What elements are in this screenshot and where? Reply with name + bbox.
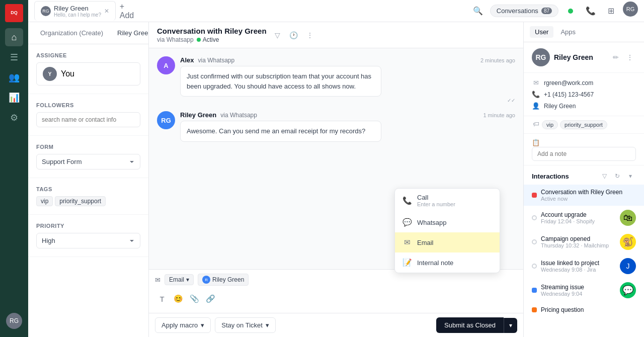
mailchimp-logo: 🐒 xyxy=(620,234,636,250)
tab-organization[interactable]: Organization (Create) xyxy=(34,26,109,40)
tab-riley-green[interactable]: RG Riley Green Hello, can I help me? ✕ xyxy=(34,1,116,21)
submit-dropdown-button[interactable]: ▾ xyxy=(504,318,517,333)
interaction-2-meta: Friday 12:04 · Shopify xyxy=(541,218,616,224)
text-format-icon[interactable]: T xyxy=(155,292,169,306)
interaction-5[interactable]: Streaming issue Wednesday 9:04 💬 xyxy=(524,278,644,302)
compose-user-tag[interactable]: R Riley Green xyxy=(198,274,249,286)
contact-header: RG Riley Green ✏ ⋮ xyxy=(524,42,644,73)
interaction-4-meta: Wednesday 9:08 · Jira xyxy=(541,267,616,273)
interaction-2-info: Account upgrade Friday 12:04 · Shopify xyxy=(541,211,616,224)
user-avatar-sidebar[interactable]: RG xyxy=(6,313,22,329)
more-options-icon[interactable]: ⋮ xyxy=(303,28,317,42)
sidebar-item-reports[interactable]: ☰ xyxy=(5,48,23,66)
brand-logo: DQ xyxy=(5,4,23,22)
message-2-time: 1 minute ago xyxy=(483,112,515,118)
compose-channel-tag[interactable]: Email ▾ xyxy=(165,274,194,285)
contact-username: Riley Green xyxy=(544,103,576,110)
call-label: Call xyxy=(417,194,455,201)
message-1-header: Alex via Whatsapp 2 minutes ago xyxy=(180,56,515,64)
dropdown-internal-note[interactable]: 📝 Internal note xyxy=(395,252,500,273)
interaction-1-info: Conversation with Riley Green Active now xyxy=(541,189,636,202)
message-1-time: 2 minutes ago xyxy=(480,57,515,63)
apply-macro-button[interactable]: Apply macro ▾ xyxy=(155,317,211,333)
sidebar-item-contacts[interactable]: 👥 xyxy=(5,68,23,87)
priority-section: Priority High xyxy=(28,215,148,257)
tab-close-icon[interactable]: ✕ xyxy=(104,8,109,15)
interaction-4[interactable]: Issue linked to project Wednesday 9:08 ·… xyxy=(524,254,644,278)
interaction-4-name: Issue linked to project xyxy=(541,260,616,267)
message-2-avatar: RG xyxy=(157,111,175,129)
compose-channel-chevron: ▾ xyxy=(186,276,189,283)
interactions-action-icons: ▽ ↻ ▾ xyxy=(599,171,636,182)
interaction-3[interactable]: Campaign opened Thursday 10:32 · Mailchi… xyxy=(524,230,644,254)
interactions-header: Interactions ▽ ↻ ▾ xyxy=(524,165,644,185)
dropdown-call[interactable]: 📞 Call Enter a number xyxy=(395,189,500,212)
contact-name: Riley Green xyxy=(554,53,606,61)
followers-label: Followers xyxy=(36,102,140,108)
phone-row: 📞 +1 (415) 123-4567 xyxy=(532,89,636,100)
contact-phone: +1 (415) 123-4567 xyxy=(544,91,594,98)
contact-tag-vip: vip xyxy=(542,120,558,129)
edit-contact-icon[interactable]: ✏ xyxy=(610,51,622,63)
shopify-logo: 🛍 xyxy=(620,210,636,226)
assignee-value: You xyxy=(61,69,74,78)
phone-info-icon: 📞 xyxy=(532,91,540,98)
assignee-section: Assignee Y You xyxy=(28,44,148,94)
interaction-2-name: Account upgrade xyxy=(541,211,616,218)
form-select[interactable]: Support Form xyxy=(36,154,140,170)
stay-label: Stay on Ticket xyxy=(221,321,263,329)
phone-icon[interactable]: 📞 xyxy=(583,3,599,19)
message-2-via: via Whatsapp xyxy=(220,112,257,119)
interaction-6[interactable]: Pricing question xyxy=(524,302,644,317)
email-info-icon: ✉ xyxy=(532,79,540,87)
sidebar-item-settings[interactable]: ⚙ xyxy=(5,109,23,127)
sidebar-item-home[interactable]: ⌂ xyxy=(5,28,23,46)
grid-icon[interactable]: ⊞ xyxy=(603,3,619,19)
submit-main-button[interactable]: Submit as Closed xyxy=(436,317,504,333)
assignee-box[interactable]: Y You xyxy=(36,62,140,86)
interaction-2[interactable]: Account upgrade Friday 12:04 · Shopify 🛍 xyxy=(524,206,644,230)
priority-select[interactable]: High xyxy=(36,233,140,248)
stay-on-ticket-button[interactable]: Stay on Ticket ▾ xyxy=(215,317,276,333)
interaction-1-meta: Active now xyxy=(541,196,636,202)
refresh-interactions-icon[interactable]: ↻ xyxy=(612,171,623,182)
interaction-3-info: Campaign opened Thursday 10:32 · Mailchi… xyxy=(541,235,616,248)
message-1: A Alex via Whatsapp 2 minutes ago Just c… xyxy=(157,56,515,103)
dropdown-email[interactable]: ✉ Email xyxy=(395,232,500,252)
sidebar: DQ ⌂ ☰ 👥 📊 ⚙ RG xyxy=(0,0,28,337)
emoji-icon[interactable]: 😊 xyxy=(171,292,185,306)
tab-riley-green-nav[interactable]: Riley Green xyxy=(111,26,149,40)
interaction-5-dot xyxy=(532,288,537,293)
user-avatar-topbar[interactable]: RG xyxy=(623,2,638,17)
followers-search-input[interactable] xyxy=(36,112,140,127)
wechat-logo: 💬 xyxy=(620,282,636,298)
dropdown-whatsapp[interactable]: 💬 Whatsapp xyxy=(395,212,500,232)
more-contact-icon[interactable]: ⋮ xyxy=(624,51,636,63)
interaction-3-dot xyxy=(532,239,537,244)
sidebar-item-analytics[interactable]: 📊 xyxy=(5,89,23,107)
macro-chevron: ▾ xyxy=(201,321,204,329)
interaction-6-info: Pricing question xyxy=(541,306,636,313)
add-tab-button[interactable]: + Add xyxy=(120,4,134,18)
note-icon: 📝 xyxy=(402,258,412,268)
conversation-title-block: Conversation with Riley Green via Whatsa… xyxy=(157,27,267,43)
contact-avatar: RG xyxy=(532,48,550,66)
interaction-3-name: Campaign opened xyxy=(541,235,616,242)
status-green-icon[interactable] xyxy=(562,3,579,19)
expand-interactions-icon[interactable]: ▾ xyxy=(625,171,636,182)
conversations-badge: 87 xyxy=(541,8,552,14)
message-1-status: ✓✓ xyxy=(180,98,515,103)
search-icon[interactable]: 🔍 xyxy=(470,3,486,19)
interaction-1[interactable]: Conversation with Riley Green Active now xyxy=(524,185,644,206)
rpanel-tab-apps[interactable]: Apps xyxy=(555,26,581,38)
clock-icon[interactable]: 🕐 xyxy=(287,28,301,42)
note-input[interactable] xyxy=(532,147,636,161)
filter-interactions-icon[interactable]: ▽ xyxy=(599,171,610,182)
message-1-bubble: Just confirmed with our subscription tea… xyxy=(180,66,381,97)
link-icon[interactable]: 🔗 xyxy=(203,292,217,306)
attachment-icon[interactable]: 📎 xyxy=(187,292,201,306)
rpanel-tab-user[interactable]: User xyxy=(530,26,553,38)
filter-icon[interactable]: ▽ xyxy=(271,28,285,42)
conversations-button[interactable]: Conversations 87 xyxy=(490,5,558,17)
content-area: Organization (Create) Riley Green Open T… xyxy=(28,22,644,337)
